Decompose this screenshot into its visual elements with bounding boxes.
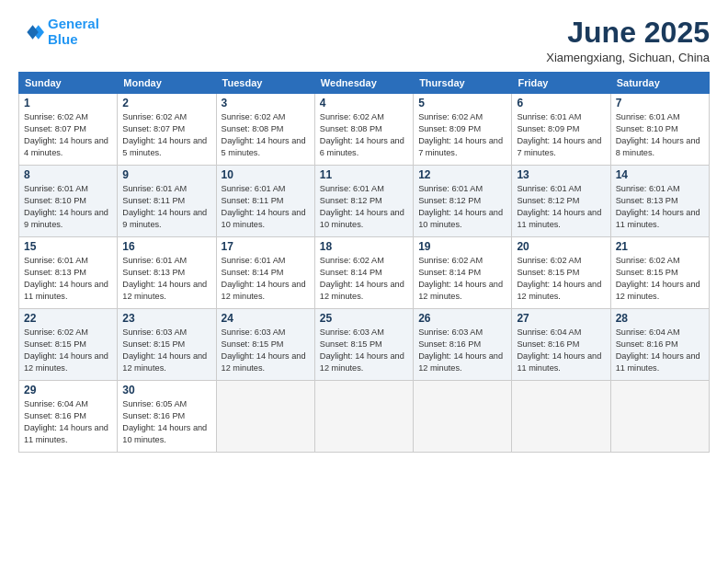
- day-number: 23: [122, 312, 210, 325]
- table-row: 18 Sunrise: 6:02 AMSunset: 8:14 PMDaylig…: [314, 237, 413, 309]
- day-info: Sunrise: 6:02 AMSunset: 8:14 PMDaylight:…: [320, 255, 408, 303]
- table-row: 12 Sunrise: 6:01 AMSunset: 8:12 PMDaylig…: [414, 166, 512, 237]
- day-number: 19: [418, 240, 506, 253]
- day-info: Sunrise: 6:03 AMSunset: 8:15 PMDaylight:…: [122, 327, 210, 374]
- day-number: 27: [517, 312, 605, 325]
- title-block: June 2025 Xiamengxiang, Sichuan, China: [546, 17, 710, 64]
- day-info: Sunrise: 6:01 AMSunset: 8:12 PMDaylight:…: [517, 183, 605, 231]
- day-number: 29: [24, 384, 112, 396]
- day-number: 30: [122, 384, 210, 396]
- day-info: Sunrise: 6:03 AMSunset: 8:15 PMDaylight:…: [222, 327, 310, 374]
- table-row: [610, 381, 709, 453]
- table-row: 10 Sunrise: 6:01 AMSunset: 8:11 PMDaylig…: [216, 166, 314, 237]
- day-info: Sunrise: 6:02 AMSunset: 8:07 PMDaylight:…: [24, 111, 112, 159]
- table-row: 7 Sunrise: 6:01 AMSunset: 8:10 PMDayligh…: [610, 94, 709, 166]
- table-row: 3 Sunrise: 6:02 AMSunset: 8:08 PMDayligh…: [216, 94, 314, 166]
- day-number: 14: [616, 168, 704, 181]
- table-row: [216, 381, 314, 453]
- day-number: 24: [222, 312, 310, 325]
- day-info: Sunrise: 6:01 AMSunset: 8:10 PMDaylight:…: [616, 111, 704, 159]
- col-friday: Friday: [512, 73, 610, 94]
- day-number: 9: [122, 168, 210, 181]
- day-info: Sunrise: 6:03 AMSunset: 8:15 PMDaylight:…: [320, 327, 408, 374]
- day-info: Sunrise: 6:03 AMSunset: 8:16 PMDaylight:…: [418, 327, 506, 374]
- table-row: 21 Sunrise: 6:02 AMSunset: 8:15 PMDaylig…: [610, 237, 709, 309]
- logo-line2: Blue: [48, 31, 78, 47]
- col-sunday: Sunday: [19, 73, 118, 94]
- logo-line1: General: [48, 16, 99, 31]
- col-tuesday: Tuesday: [216, 73, 314, 94]
- day-number: 1: [24, 97, 112, 109]
- day-number: 11: [320, 168, 408, 181]
- header: General Blue June 2025 Xiamengxiang, Sic…: [18, 17, 710, 64]
- day-info: Sunrise: 6:02 AMSunset: 8:08 PMDaylight:…: [320, 111, 408, 159]
- logo: General Blue: [18, 17, 99, 47]
- table-row: [414, 381, 512, 453]
- day-info: Sunrise: 6:01 AMSunset: 8:10 PMDaylight:…: [24, 183, 112, 231]
- table-row: [512, 381, 610, 453]
- table-row: 26 Sunrise: 6:03 AMSunset: 8:16 PMDaylig…: [414, 309, 512, 381]
- day-info: Sunrise: 6:04 AMSunset: 8:16 PMDaylight:…: [517, 327, 605, 374]
- col-wednesday: Wednesday: [314, 73, 413, 94]
- table-row: 24 Sunrise: 6:03 AMSunset: 8:15 PMDaylig…: [216, 309, 314, 381]
- calendar-header-row: Sunday Monday Tuesday Wednesday Thursday…: [19, 73, 710, 94]
- day-number: 17: [222, 240, 310, 253]
- table-row: 13 Sunrise: 6:01 AMSunset: 8:12 PMDaylig…: [512, 166, 610, 237]
- day-number: 10: [222, 168, 310, 181]
- day-number: 21: [616, 240, 704, 253]
- day-info: Sunrise: 6:01 AMSunset: 8:13 PMDaylight:…: [616, 183, 704, 231]
- day-number: 5: [418, 97, 506, 109]
- day-info: Sunrise: 6:02 AMSunset: 8:15 PMDaylight:…: [24, 327, 112, 374]
- table-row: 29 Sunrise: 6:04 AMSunset: 8:16 PMDaylig…: [19, 381, 118, 453]
- day-info: Sunrise: 6:01 AMSunset: 8:11 PMDaylight:…: [122, 183, 210, 231]
- day-number: 4: [320, 97, 408, 109]
- day-info: Sunrise: 6:01 AMSunset: 8:12 PMDaylight:…: [320, 183, 408, 231]
- table-row: 25 Sunrise: 6:03 AMSunset: 8:15 PMDaylig…: [314, 309, 413, 381]
- day-info: Sunrise: 6:04 AMSunset: 8:16 PMDaylight:…: [24, 398, 112, 446]
- day-info: Sunrise: 6:01 AMSunset: 8:13 PMDaylight:…: [24, 255, 112, 303]
- table-row: 6 Sunrise: 6:01 AMSunset: 8:09 PMDayligh…: [512, 94, 610, 166]
- day-number: 3: [222, 97, 310, 109]
- day-info: Sunrise: 6:04 AMSunset: 8:16 PMDaylight:…: [616, 327, 704, 374]
- table-row: 17 Sunrise: 6:01 AMSunset: 8:14 PMDaylig…: [216, 237, 314, 309]
- table-row: 9 Sunrise: 6:01 AMSunset: 8:11 PMDayligh…: [118, 166, 216, 237]
- table-row: 20 Sunrise: 6:02 AMSunset: 8:15 PMDaylig…: [512, 237, 610, 309]
- day-info: Sunrise: 6:02 AMSunset: 8:08 PMDaylight:…: [222, 111, 310, 159]
- day-info: Sunrise: 6:02 AMSunset: 8:15 PMDaylight:…: [616, 255, 704, 303]
- day-info: Sunrise: 6:02 AMSunset: 8:14 PMDaylight:…: [418, 255, 506, 303]
- col-thursday: Thursday: [414, 73, 512, 94]
- day-number: 6: [517, 97, 605, 109]
- day-number: 2: [122, 97, 210, 109]
- day-number: 13: [517, 168, 605, 181]
- col-monday: Monday: [118, 73, 216, 94]
- day-info: Sunrise: 6:01 AMSunset: 8:14 PMDaylight:…: [222, 255, 310, 303]
- table-row: 28 Sunrise: 6:04 AMSunset: 8:16 PMDaylig…: [610, 309, 709, 381]
- table-row: 27 Sunrise: 6:04 AMSunset: 8:16 PMDaylig…: [512, 309, 610, 381]
- day-info: Sunrise: 6:05 AMSunset: 8:16 PMDaylight:…: [122, 398, 210, 446]
- day-info: Sunrise: 6:02 AMSunset: 8:09 PMDaylight:…: [418, 111, 506, 159]
- table-row: [314, 381, 413, 453]
- day-info: Sunrise: 6:01 AMSunset: 8:11 PMDaylight:…: [222, 183, 310, 231]
- col-saturday: Saturday: [610, 73, 709, 94]
- table-row: 1 Sunrise: 6:02 AMSunset: 8:07 PMDayligh…: [19, 94, 118, 166]
- day-number: 26: [418, 312, 506, 325]
- day-number: 20: [517, 240, 605, 253]
- table-row: 11 Sunrise: 6:01 AMSunset: 8:12 PMDaylig…: [314, 166, 413, 237]
- calendar-table: Sunday Monday Tuesday Wednesday Thursday…: [18, 72, 710, 453]
- table-row: 23 Sunrise: 6:03 AMSunset: 8:15 PMDaylig…: [118, 309, 216, 381]
- table-row: 4 Sunrise: 6:02 AMSunset: 8:08 PMDayligh…: [314, 94, 413, 166]
- table-row: 19 Sunrise: 6:02 AMSunset: 8:14 PMDaylig…: [414, 237, 512, 309]
- table-row: 15 Sunrise: 6:01 AMSunset: 8:13 PMDaylig…: [19, 237, 118, 309]
- svg-marker-1: [27, 25, 38, 40]
- logo-text: General Blue: [48, 17, 99, 47]
- table-row: 14 Sunrise: 6:01 AMSunset: 8:13 PMDaylig…: [610, 166, 709, 237]
- day-info: Sunrise: 6:01 AMSunset: 8:13 PMDaylight:…: [122, 255, 210, 303]
- calendar-subtitle: Xiamengxiang, Sichuan, China: [546, 51, 710, 64]
- day-number: 28: [616, 312, 704, 325]
- table-row: 2 Sunrise: 6:02 AMSunset: 8:07 PMDayligh…: [118, 94, 216, 166]
- day-info: Sunrise: 6:01 AMSunset: 8:12 PMDaylight:…: [418, 183, 506, 231]
- table-row: 8 Sunrise: 6:01 AMSunset: 8:10 PMDayligh…: [19, 166, 118, 237]
- day-number: 15: [24, 240, 112, 253]
- day-number: 16: [122, 240, 210, 253]
- page: General Blue June 2025 Xiamengxiang, Sic…: [0, 0, 728, 563]
